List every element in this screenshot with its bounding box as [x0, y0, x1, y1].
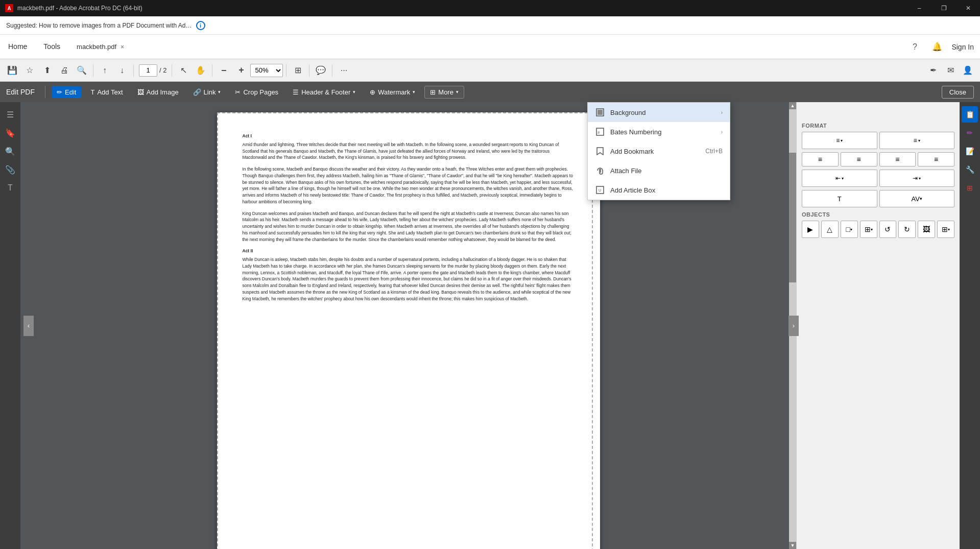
page-nav-right[interactable]: ›: [788, 316, 799, 336]
main-area: ☰ 🔖 🔍 📎 T ‹ ▲ ▼ FOR Act I Amid thunder a…: [0, 102, 980, 549]
save-button[interactable]: 💾: [4, 62, 20, 79]
object-shape-btn[interactable]: △: [821, 221, 839, 238]
mail-button[interactable]: ✉: [942, 62, 959, 79]
suggestion-bar: Suggested: How to remove images from a P…: [0, 16, 980, 35]
dropdown-item-background[interactable]: Background ›: [588, 103, 730, 122]
page-number-input[interactable]: [139, 64, 157, 77]
cursor-tool[interactable]: ↖: [175, 62, 192, 79]
sidebar-bookmarks-icon[interactable]: 🔖: [2, 125, 18, 141]
toolbar-sep-5: [286, 64, 286, 77]
sidebar-attach-icon[interactable]: 📎: [2, 161, 18, 178]
object-rotate-left-btn[interactable]: ↺: [879, 221, 897, 238]
zoom-in-button[interactable]: +: [233, 62, 249, 79]
watermark-button[interactable]: ⊕ Watermark ▾: [365, 86, 420, 98]
object-rotate-right-btn[interactable]: ↻: [898, 221, 916, 238]
object-group-btn[interactable]: □▾: [841, 221, 858, 238]
act-i-label: Act I: [243, 133, 575, 139]
indent-decrease-btn[interactable]: ⇤▾: [802, 170, 877, 187]
align-center-btn[interactable]: ≡: [841, 152, 877, 166]
bookmark-shortcut: Ctrl+B: [705, 148, 723, 155]
header-footer-button[interactable]: ☰ Header & Footer ▾: [288, 86, 361, 98]
dropdown-item-bookmark[interactable]: Add Bookmark Ctrl+B: [588, 141, 730, 161]
indent-increase-btn[interactable]: ⇥▾: [879, 170, 955, 187]
bookmark-button[interactable]: ☆: [21, 62, 38, 79]
crop-button[interactable]: ✂ Crop Pages: [230, 86, 283, 98]
align-justify-btn[interactable]: ≡: [918, 152, 954, 166]
dropdown-item-attach[interactable]: Attach File: [588, 161, 730, 180]
info-icon[interactable]: i: [196, 21, 205, 30]
object-select-btn[interactable]: ▶: [802, 221, 819, 238]
more-tools-button[interactable]: ···: [336, 62, 352, 79]
comment-button[interactable]: 💬: [313, 62, 329, 79]
watermark-icon: ⊕: [370, 88, 375, 96]
sidebar-thumbnails-icon[interactable]: ☰: [2, 106, 18, 123]
nav-tab-file[interactable]: mackbeth.pdf ×: [68, 35, 132, 59]
add-text-button[interactable]: T Add Text: [85, 86, 128, 98]
align-right-btn[interactable]: ≡: [879, 152, 916, 166]
nav-tab-tools[interactable]: Tools: [35, 35, 68, 59]
nav-bar: Home Tools mackbeth.pdf × ? 🔔 Sign In: [0, 35, 980, 59]
object-arrange2-btn[interactable]: ⊞▾: [937, 221, 954, 238]
scroll-down-button[interactable]: ▼: [789, 542, 796, 549]
user-button[interactable]: 👤: [960, 62, 976, 79]
page-nav-left[interactable]: ‹: [23, 316, 34, 336]
app-title: mackbeth.pdf - Adobe Acrobat Pro DC (64-…: [17, 5, 975, 12]
nav-right-area: ? 🔔 Sign In: [906, 35, 980, 59]
sign-in-button[interactable]: Sign In: [951, 43, 974, 51]
far-right-grid-icon[interactable]: ⊞: [962, 180, 978, 196]
background-arrow: ›: [721, 110, 723, 115]
far-right-comment-icon[interactable]: 📝: [962, 143, 978, 159]
fit-tools-button[interactable]: ⊞: [290, 62, 306, 79]
notifications-icon[interactable]: 🔔: [929, 39, 945, 55]
download-arrow-button[interactable]: ↓: [114, 62, 130, 79]
unordered-list-btn[interactable]: ≡▾: [802, 132, 877, 149]
sidebar-search-icon[interactable]: 🔍: [2, 143, 18, 159]
bookmark-menu-icon: [595, 146, 605, 156]
far-right-clipboard-icon[interactable]: 📋: [962, 106, 978, 123]
nav-tab-home[interactable]: Home: [0, 35, 35, 59]
far-right-tools-icon[interactable]: 🔧: [962, 161, 978, 178]
dropdown-item-bates[interactable]: # Bates Numbering ›: [588, 122, 730, 141]
more-dropdown-menu: Background › # Bates Numbering › Add Boo…: [587, 102, 730, 200]
object-image-btn[interactable]: 🖼: [918, 221, 935, 238]
edit-icon: ✏: [57, 88, 62, 96]
zoom-out-button[interactable]: –: [216, 62, 232, 79]
format-section-label: FORMAT: [802, 123, 954, 129]
far-right-panel: 📋 ✏ 📝 🔧 ⊞: [960, 102, 980, 549]
add-image-icon: 🖼: [137, 88, 144, 96]
sidebar-text-icon[interactable]: T: [2, 180, 18, 196]
ordered-list-btn[interactable]: ≡▾: [879, 132, 955, 149]
toolbar: 💾 ☆ ⬆ 🖨 🔍 ↑ ↓ / 2 ↖ ✋ – + 50% 75% 100% 1…: [0, 59, 980, 82]
far-right-edit-icon[interactable]: ✏: [962, 125, 978, 141]
hand-tool[interactable]: ✋: [193, 62, 209, 79]
zoom-select[interactable]: 50% 75% 100% 125% 150%: [250, 64, 283, 77]
suggestion-text: Suggested: How to remove images from a P…: [6, 22, 192, 29]
crop-icon: ✂: [235, 88, 241, 96]
link-button[interactable]: 🔗 Link ▾: [188, 86, 226, 98]
edit-mode-button[interactable]: ✏ Edit: [52, 86, 81, 98]
bates-icon: #: [595, 127, 605, 137]
toolbar-sep-1: [93, 64, 93, 77]
dropdown-item-article-box[interactable]: U Add Article Box: [588, 180, 730, 200]
left-sidebar: ☰ 🔖 🔍 📎 T: [0, 102, 20, 549]
close-tab-button[interactable]: ×: [121, 43, 124, 51]
restore-button[interactable]: ❐: [932, 0, 955, 16]
sign-tool-button[interactable]: ✒: [925, 62, 941, 79]
help-icon[interactable]: ?: [906, 39, 923, 55]
align-left-btn[interactable]: ≡: [802, 152, 839, 166]
minimize-button[interactable]: –: [907, 0, 931, 16]
more-button[interactable]: ⊞ More ▾: [424, 86, 464, 99]
text-spacing-btn[interactable]: AV▾: [879, 190, 955, 207]
upload-arrow-button[interactable]: ↑: [97, 62, 113, 79]
bates-arrow: ›: [721, 129, 723, 135]
object-arrange-btn[interactable]: ⊞▾: [860, 221, 877, 238]
close-button[interactable]: ✕: [957, 0, 980, 16]
scroll-up-button[interactable]: ▲: [789, 102, 796, 109]
close-edit-button[interactable]: Close: [942, 86, 974, 99]
search-button[interactable]: 🔍: [74, 62, 90, 79]
svg-rect-1: [597, 110, 603, 115]
print-button[interactable]: 🖨: [56, 62, 73, 79]
upload-button[interactable]: ⬆: [39, 62, 55, 79]
add-image-button[interactable]: 🖼 Add Image: [132, 86, 184, 98]
text-size-btn[interactable]: T: [802, 190, 877, 207]
